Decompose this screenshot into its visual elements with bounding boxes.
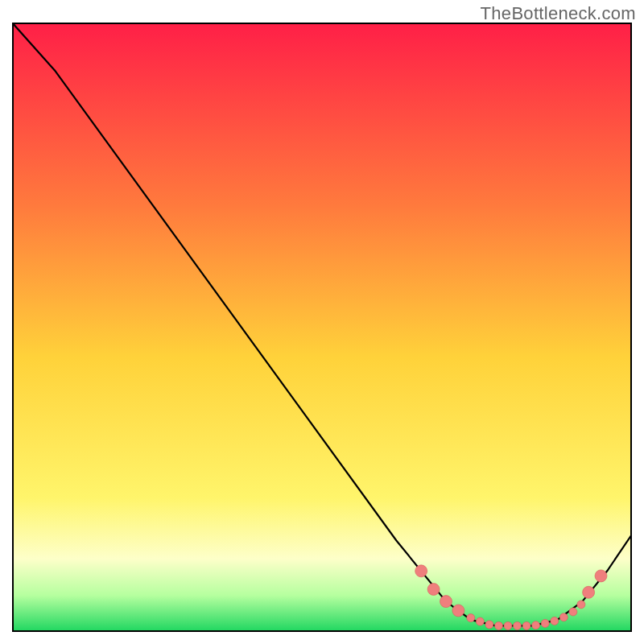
curve-marker <box>514 621 522 630</box>
curve-marker <box>522 621 530 630</box>
curve-marker <box>440 596 452 608</box>
chart-stage: TheBottleneck.com <box>0 0 644 644</box>
curve-marker <box>577 601 585 609</box>
plot-area <box>12 23 632 632</box>
chart-svg <box>12 23 632 632</box>
curve-marker <box>485 621 493 629</box>
curve-marker <box>467 614 475 622</box>
curve-marker <box>583 586 595 598</box>
curve-marker <box>559 613 568 621</box>
curve-marker <box>452 605 464 617</box>
curve-marker <box>415 565 427 577</box>
curve-marker <box>427 584 440 596</box>
curve-marker <box>551 617 559 625</box>
curve-marker <box>569 608 577 616</box>
curve-marker <box>595 570 607 582</box>
curve-marker <box>504 621 512 630</box>
gradient-backdrop <box>12 23 632 632</box>
curve-marker <box>495 621 503 630</box>
watermark-label: TheBottleneck.com <box>481 3 636 24</box>
curve-marker <box>541 619 549 627</box>
curve-marker <box>532 621 540 630</box>
curve-marker <box>476 617 484 625</box>
